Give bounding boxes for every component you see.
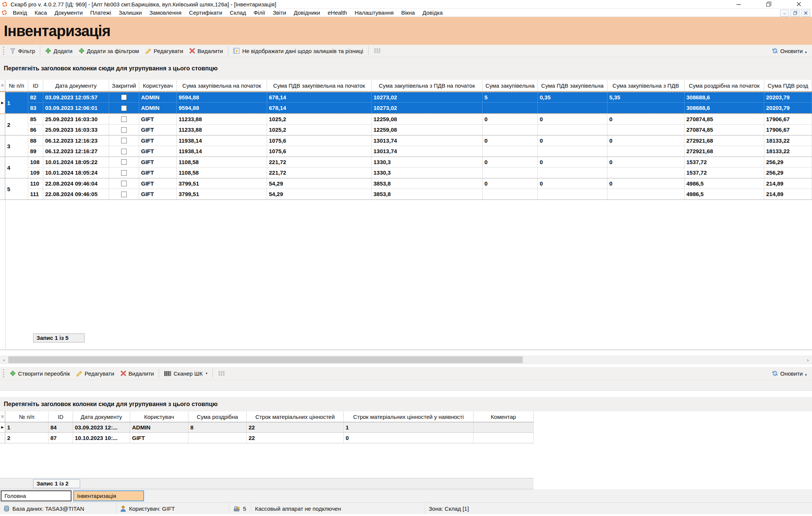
table-cell[interactable]: 270874,85 xyxy=(685,125,764,135)
group-number-cell[interactable]: 4 xyxy=(5,157,28,178)
closed-checkbox[interactable] xyxy=(121,138,127,143)
table-cell[interactable]: 11233,88 xyxy=(177,114,267,124)
table-cell[interactable]: 3799,51 xyxy=(177,189,267,199)
table-cell[interactable]: 0 xyxy=(483,178,538,189)
table-cell[interactable]: 1 xyxy=(344,422,474,432)
table-cell[interactable] xyxy=(538,146,607,157)
table-cell[interactable] xyxy=(483,146,538,157)
table-cell[interactable]: GIFT xyxy=(130,433,188,443)
table-cell[interactable] xyxy=(188,433,247,443)
closed-checkbox[interactable] xyxy=(121,170,127,176)
closed-checkbox[interactable] xyxy=(121,94,127,100)
table-row[interactable]: ▶18403.09.2023 12:...ADMIN8221 xyxy=(0,422,534,433)
table-cell[interactable]: 86 xyxy=(28,125,43,135)
table-cell[interactable]: 214,89 xyxy=(764,189,812,199)
table-cell[interactable]: 1 xyxy=(5,422,49,432)
column-header[interactable]: Сума роздрібна на початок xyxy=(685,80,764,91)
table-cell[interactable]: 18133,22 xyxy=(764,146,812,157)
close-button[interactable] xyxy=(795,0,803,8)
table-cell[interactable]: 18133,22 xyxy=(764,135,812,146)
table-cell[interactable]: 214,89 xyxy=(764,178,812,189)
table-cell[interactable] xyxy=(483,125,538,135)
menu-item-15[interactable]: Довідка xyxy=(419,9,446,17)
table-row[interactable]: 8806.12.2023 12:16:23GIFT11938,141075,61… xyxy=(28,135,812,146)
table-row[interactable]: 8525.09.2023 16:03:30GIFT11233,881025,21… xyxy=(28,114,812,125)
column-header[interactable]: Сума роздрібна xyxy=(188,411,247,422)
group-by-panel[interactable]: Перетягніть заголовок колонки сюди для у… xyxy=(0,397,812,411)
table-row[interactable]: 10910.01.2024 18:05:24GIFT1108,58221,721… xyxy=(28,167,812,178)
mdi-close-button[interactable] xyxy=(801,9,810,17)
toolbar-grip-handle[interactable] xyxy=(3,47,4,55)
row-indicator-cell[interactable]: ▶ xyxy=(0,92,5,113)
column-header[interactable]: Коментар xyxy=(474,411,534,422)
table-cell[interactable] xyxy=(607,103,685,113)
row-indicator-cell[interactable]: ▶ xyxy=(0,422,5,432)
table-cell[interactable]: 10273,02 xyxy=(372,92,483,102)
bottom-tab-2[interactable]: Інвентаризація xyxy=(73,490,144,501)
column-header[interactable]: ID xyxy=(28,80,43,91)
table-cell[interactable] xyxy=(538,125,607,135)
table-cell[interactable]: 3799,51 xyxy=(177,178,267,189)
table-cell[interactable] xyxy=(474,422,534,432)
table-cell[interactable]: 256,29 xyxy=(764,167,812,178)
table-cell[interactable]: 03.09.2023 12:05:57 xyxy=(43,92,109,102)
delete-button[interactable]: Видалити xyxy=(117,369,157,378)
table-cell[interactable]: 1330,3 xyxy=(372,157,483,167)
menu-item-7[interactable]: Сертифікати xyxy=(185,9,226,17)
column-header[interactable]: Користувач xyxy=(139,80,177,91)
delete-button[interactable]: Видалити xyxy=(186,47,226,55)
menu-item-1[interactable]: Вихід xyxy=(9,9,31,17)
add-button[interactable]: Додати xyxy=(42,47,75,55)
table-cell[interactable] xyxy=(474,433,534,443)
group-number-cell[interactable]: 1 xyxy=(5,92,28,113)
table-cell[interactable]: GIFT xyxy=(139,146,177,157)
table-cell[interactable]: 1075,6 xyxy=(267,135,372,146)
table-cell[interactable] xyxy=(483,103,538,113)
table-cell[interactable]: GIFT xyxy=(139,114,177,124)
column-header[interactable]: Строк матеріальних цінностей xyxy=(247,411,344,422)
menu-item-2[interactable]: Каса xyxy=(31,9,51,17)
row-indicator-cell[interactable] xyxy=(0,157,5,178)
table-cell[interactable]: 272921,68 xyxy=(685,146,764,157)
minimize-button[interactable] xyxy=(735,0,743,8)
table-cell[interactable] xyxy=(538,103,607,113)
table-cell[interactable]: 25.09.2023 16:03:33 xyxy=(43,125,109,135)
group-number-cell[interactable]: 3 xyxy=(5,135,28,157)
table-cell[interactable]: 03.09.2023 12:06:01 xyxy=(43,103,109,113)
table-row[interactable]: 11122.08.2024 09:46:05GIFT3799,5154,2938… xyxy=(28,189,812,199)
table-cell[interactable]: ADMIN xyxy=(130,422,188,432)
table-cell[interactable]: 0 xyxy=(483,157,538,167)
table-cell[interactable]: 54,29 xyxy=(267,189,372,199)
table-row[interactable]: 10810.01.2024 18:05:22GIFT1108,58221,721… xyxy=(28,157,812,167)
hide-remainders-toggle-button[interactable]: Не відображати дані щодо залишків та різ… xyxy=(230,47,366,55)
closed-checkbox[interactable] xyxy=(121,159,127,165)
column-header[interactable]: Сума закупівельна на початок xyxy=(177,80,267,91)
closed-checkbox[interactable] xyxy=(121,192,127,197)
table-cell[interactable]: 109 xyxy=(28,167,43,178)
group-number-cell[interactable]: 5 xyxy=(5,178,28,199)
table-cell[interactable]: 3853,8 xyxy=(372,189,483,199)
refresh-button[interactable]: Оновити ▾ xyxy=(769,369,810,378)
table-cell[interactable]: 0 xyxy=(607,114,685,124)
table-cell[interactable]: 10.01.2024 18:05:24 xyxy=(43,167,109,178)
table-cell[interactable]: 4986,5 xyxy=(685,178,764,189)
table-cell[interactable]: 110 xyxy=(28,178,43,189)
table-cell[interactable]: 0 xyxy=(607,157,685,167)
table-cell[interactable]: 06.12.2023 12:16:23 xyxy=(43,135,109,146)
table-cell[interactable]: 85 xyxy=(28,114,43,124)
table-row[interactable]: 8625.09.2023 16:03:33GIFT11233,881025,21… xyxy=(28,125,812,135)
table-cell[interactable]: 11233,88 xyxy=(177,125,267,135)
table-cell[interactable]: GIFT xyxy=(139,167,177,178)
mdi-minimize-button[interactable]: – xyxy=(780,9,789,17)
refresh-button[interactable]: Оновити ▾ xyxy=(769,46,810,55)
table-cell[interactable]: 4986,5 xyxy=(685,189,764,199)
table-cell[interactable]: 20203,79 xyxy=(764,92,812,102)
table-row[interactable]: 8303.09.2023 12:06:01ADMIN9594,88678,141… xyxy=(28,103,812,113)
table-cell[interactable] xyxy=(483,189,538,199)
toolbar-grip-handle[interactable] xyxy=(3,369,4,377)
table-cell[interactable]: 9594,88 xyxy=(177,92,267,102)
bottom-tab-1[interactable]: Головна xyxy=(1,490,71,501)
add-by-filter-button[interactable]: Додати за фільтром xyxy=(76,47,142,55)
mdi-restore-button[interactable] xyxy=(791,9,800,17)
table-cell[interactable]: 5,35 xyxy=(607,92,685,102)
